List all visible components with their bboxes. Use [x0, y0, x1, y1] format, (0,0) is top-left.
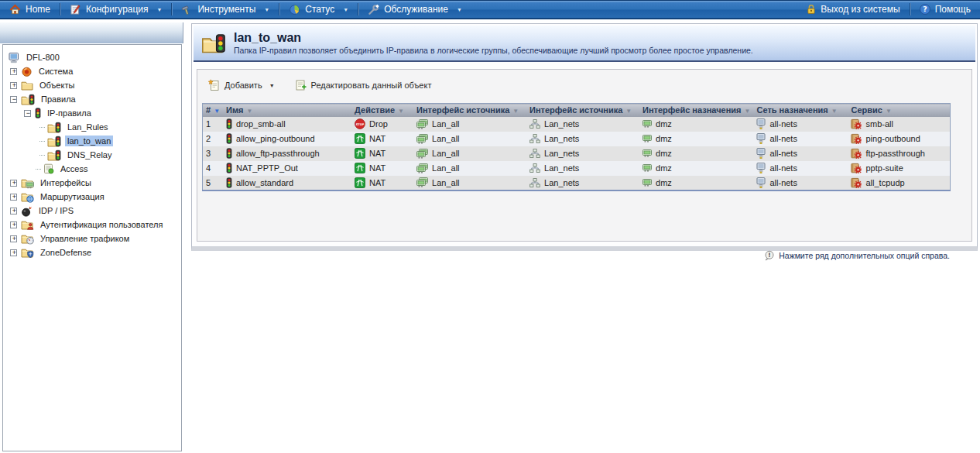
help-label: Помощь — [935, 4, 971, 15]
rule-row[interactable]: 4 NAT_PPTP_Out NAT Lan_all Lan_nets dmz … — [203, 161, 951, 176]
network-icon — [529, 149, 540, 158]
expand-icon[interactable] — [10, 82, 17, 89]
network-icon — [529, 178, 540, 187]
folder-rules-icon — [47, 149, 61, 161]
expand-icon[interactable] — [10, 194, 17, 201]
column-header-destination-network[interactable]: Сеть назначения — [753, 104, 848, 117]
sort-arrow-icon — [828, 105, 838, 115]
column-header-source-network[interactable]: Интерфейс источника — [526, 104, 639, 117]
tree-connector — [39, 141, 45, 142]
navigation-tree: DFL-800 Система Объекты Правила IP-п — [2, 44, 182, 451]
sort-arrow-icon — [742, 105, 751, 115]
rule-row[interactable]: 3 allow_ftp-passthrough NAT Lan_all Lan_… — [203, 146, 951, 161]
all-nets-icon — [756, 177, 766, 188]
add-button-label: Добавить — [224, 81, 262, 90]
column-header-action[interactable]: Действие — [351, 104, 413, 117]
expand-icon[interactable] — [10, 180, 17, 187]
expand-icon[interactable] — [10, 68, 17, 75]
column-header-service[interactable]: Сервис — [848, 104, 950, 117]
rule-row[interactable]: 1 drop_smb-all Drop Lan_all Lan_nets dmz… — [203, 117, 951, 132]
bomb-icon — [21, 205, 33, 217]
traffic-light-icon — [226, 163, 232, 173]
sidebar-header-band — [0, 22, 183, 43]
tree-item-routing[interactable]: Маршрутизация — [3, 190, 181, 204]
rule-name: allow_standard — [236, 178, 293, 187]
help-button[interactable]: Помощь — [910, 1, 980, 18]
column-header-name[interactable]: Имя — [223, 104, 351, 117]
rule-row[interactable]: 2 allow_ping-outbound NAT Lan_all Lan_ne… — [203, 132, 951, 146]
tree-item-lan-rules[interactable]: Lan_Rules — [3, 120, 181, 134]
nav-tools[interactable]: Инструменты — [172, 1, 279, 18]
page-title: lan_to_wan — [234, 31, 753, 45]
all-nets-icon — [756, 133, 766, 144]
rule-action: Drop — [369, 119, 388, 129]
rule-action: NAT — [369, 163, 385, 173]
rule-name: drop_smb-all — [236, 119, 286, 129]
service-icon — [851, 148, 862, 159]
sort-arrow-icon — [211, 105, 220, 115]
service-icon — [851, 163, 862, 173]
folder-rules-icon — [47, 136, 61, 147]
interface-icon — [642, 179, 652, 187]
edit-object-button[interactable]: Редактировать данный объект — [295, 79, 432, 91]
expand-icon[interactable] — [10, 235, 17, 242]
logout-label: Выход из системы — [821, 4, 899, 15]
rule-number: 5 — [203, 176, 224, 190]
tree-item-zonedefense[interactable]: ZoneDefense — [3, 245, 181, 259]
tree-item-device[interactable]: DFL-800 — [3, 50, 181, 64]
rule-row[interactable]: 5 allow_standard NAT Lan_all Lan_nets dm… — [203, 176, 951, 190]
rule-name: allow_ftp-passthrough — [236, 149, 320, 158]
expand-icon[interactable] — [10, 208, 17, 214]
rule-number: 4 — [203, 161, 224, 176]
service-icon — [851, 177, 862, 188]
tree-item-dns-relay[interactable]: DNS_Relay — [3, 148, 181, 162]
tree-item-access[interactable]: Access — [3, 162, 181, 176]
tree-item-system[interactable]: Система — [3, 64, 181, 78]
add-button[interactable]: Добавить — [208, 79, 275, 91]
nav-configuration[interactable]: Конфигурация — [60, 1, 171, 18]
nat-icon — [355, 133, 365, 144]
nav-configuration-label: Конфигурация — [86, 4, 149, 15]
network-icon — [529, 163, 540, 173]
tree-item-traffic-management[interactable]: Управление трафиком — [3, 232, 181, 245]
tree-item-ip-rules[interactable]: IP-правила — [3, 106, 181, 120]
tree-item-objects[interactable]: Объекты — [3, 78, 181, 92]
tree-connector — [39, 155, 45, 156]
main-panel: lan_to_wan Папка IP-правил позволяет объ… — [191, 23, 978, 251]
logout-button[interactable]: Выход из системы — [797, 1, 909, 18]
tree-item-user-auth[interactable]: Аутентификация пользователя — [3, 218, 181, 232]
tree-connector — [36, 169, 41, 170]
tree-item-interfaces[interactable]: Интерфейсы — [3, 176, 181, 190]
column-header-source-interface[interactable]: Интерфейс источника — [413, 104, 526, 117]
column-header-number[interactable]: # — [203, 104, 224, 117]
folder-gauge-icon — [21, 233, 34, 245]
page-subtitle: Папка IP-правил позволяет объединить IP-… — [234, 46, 753, 55]
nav-tools-label: Инструменты — [197, 4, 255, 15]
edit-button-label: Редактировать данный объект — [311, 81, 432, 90]
nav-status-label: Статус — [305, 4, 334, 15]
rule-number: 3 — [203, 146, 224, 161]
tree-item-idp-ips[interactable]: IDP / IPS — [3, 204, 181, 218]
info-icon — [764, 250, 775, 261]
tree-item-lan-to-wan[interactable]: lan_to_wan — [3, 134, 181, 148]
status-icon — [289, 4, 300, 15]
folder-rules-icon — [21, 94, 35, 105]
folder-icon — [21, 80, 33, 91]
nav-status[interactable]: Статус — [279, 1, 358, 18]
toolbar: Добавить Редактировать данный объект — [208, 79, 971, 91]
expand-icon[interactable] — [10, 96, 17, 103]
expand-icon[interactable] — [10, 221, 17, 228]
table-header-row: # Имя Действие Интерфейс источника Интер… — [203, 104, 951, 117]
network-icon — [529, 119, 540, 129]
nav-maintenance[interactable]: Обслуживание — [358, 1, 471, 18]
expand-icon[interactable] — [24, 110, 31, 117]
expand-icon[interactable] — [10, 249, 17, 256]
column-header-destination-interface[interactable]: Интерфейс назначения — [639, 104, 753, 117]
nav-home[interactable]: Home — [0, 1, 60, 18]
rule-number: 1 — [203, 117, 224, 132]
content-area: Добавить Редактировать данный объект # И… — [197, 69, 972, 242]
folder-rules-icon — [201, 33, 226, 54]
interface-icon — [642, 164, 652, 172]
tree-item-rules[interactable]: Правила — [3, 92, 181, 106]
sort-arrow-icon — [622, 105, 632, 115]
